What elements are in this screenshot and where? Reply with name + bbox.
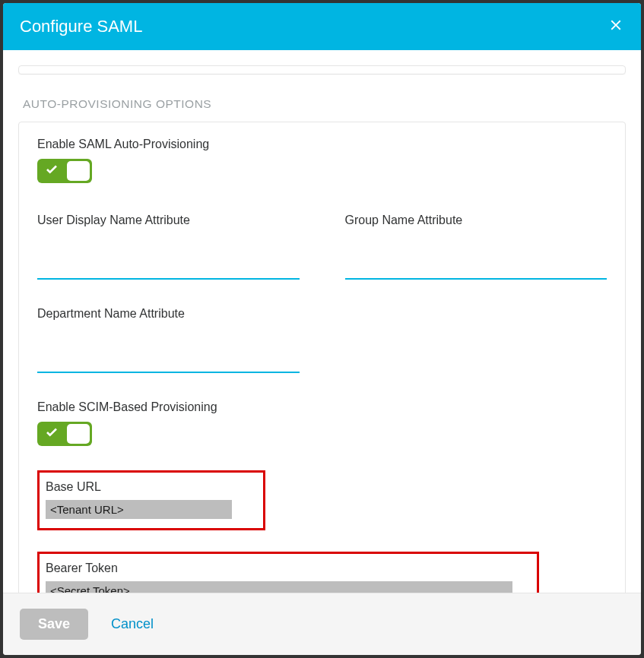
group-name-input[interactable] [345, 255, 608, 280]
attribute-row: User Display Name Attribute Group Name A… [37, 214, 607, 280]
enable-saml-label: Enable SAML Auto-Provisioning [37, 138, 607, 151]
base-url-value[interactable]: <Tenant URL> [46, 500, 232, 519]
toggle-knob [67, 161, 90, 181]
enable-scim-toggle[interactable] [37, 422, 92, 446]
group-name-label: Group Name Attribute [345, 214, 608, 227]
dialog-body-scroll[interactable]: AUTO-PROVISIONING OPTIONS Enable SAML Au… [3, 50, 641, 593]
user-display-col: User Display Name Attribute [37, 214, 300, 280]
dialog-content: AUTO-PROVISIONING OPTIONS Enable SAML Au… [3, 50, 641, 593]
group-name-col: Group Name Attribute [345, 214, 608, 280]
dialog-title: Configure SAML [20, 17, 142, 36]
check-icon [45, 163, 59, 179]
save-button[interactable]: Save [20, 609, 88, 640]
dialog-header: Configure SAML [3, 3, 641, 50]
bearer-token-highlight: Bearer Token <Secret Token> [37, 552, 539, 593]
dialog-footer: Save Cancel [3, 593, 641, 655]
empty-col [345, 307, 608, 373]
dept-col: Department Name Attribute [37, 307, 300, 373]
base-url-highlight: Base URL <Tenant URL> [37, 470, 265, 530]
user-display-input[interactable] [37, 255, 300, 280]
enable-saml-toggle[interactable] [37, 159, 92, 183]
bearer-label: Bearer Token [46, 562, 528, 575]
provisioning-card: Enable SAML Auto-Provisioning User Displ… [18, 122, 626, 593]
previous-card [18, 65, 626, 74]
base-url-label: Base URL [46, 480, 254, 494]
user-display-label: User Display Name Attribute [37, 214, 300, 227]
check-icon [45, 425, 59, 442]
scim-group: Enable SCIM-Based Provisioning [37, 400, 607, 449]
close-icon[interactable] [608, 17, 624, 36]
cancel-link[interactable]: Cancel [111, 616, 154, 632]
enable-scim-label: Enable SCIM-Based Provisioning [37, 400, 607, 414]
dept-input[interactable] [37, 348, 300, 373]
section-heading: AUTO-PROVISIONING OPTIONS [23, 97, 626, 111]
bearer-value[interactable]: <Secret Token> [46, 581, 512, 593]
dept-row: Department Name Attribute [37, 307, 607, 373]
dept-label: Department Name Attribute [37, 307, 300, 321]
toggle-knob [67, 424, 90, 444]
configure-saml-dialog: Configure SAML AUTO-PROVISIONING OPTIONS… [3, 3, 641, 655]
